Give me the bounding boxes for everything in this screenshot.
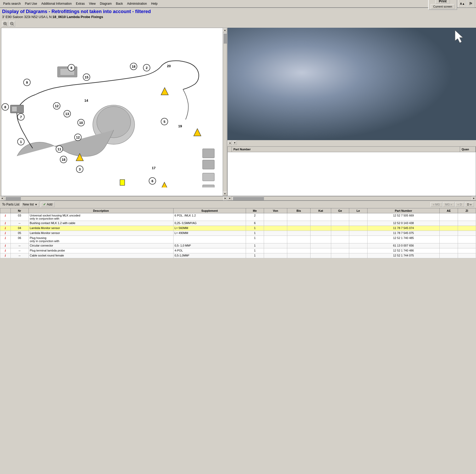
right-hscroll-thumb[interactable] [233, 197, 264, 200]
vscroll-up[interactable]: ▲ [223, 28, 227, 32]
row-ae [440, 231, 458, 236]
row-ae [440, 243, 458, 248]
right-panel-down[interactable]: ▼ [233, 141, 237, 145]
row-von [264, 221, 287, 226]
right-hscroll-left[interactable]: ◄ [227, 196, 232, 201]
th-checkbox [0, 208, 11, 213]
menu-extras[interactable]: Extras [74, 1, 87, 6]
table-row[interactable]: i -- Circular connector 0,5- 1,0 MM² 1 6… [0, 243, 476, 248]
row-ge [331, 243, 349, 248]
right-panel-image [227, 28, 476, 140]
right-panel-up[interactable]: ▲ [228, 141, 232, 145]
row-zi [458, 226, 476, 231]
menu-back[interactable]: Back [114, 1, 125, 6]
mg-prev-button[interactable]: « MG [431, 202, 442, 207]
hscroll-thumb[interactable] [5, 197, 21, 200]
svg-text:14: 14 [84, 99, 88, 102]
svg-text:9: 9 [26, 81, 28, 84]
info-icon: i [5, 254, 6, 258]
menu-administration[interactable]: Administration [125, 1, 149, 6]
row-ge [331, 221, 349, 226]
d-prev-button[interactable]: « D [455, 202, 464, 207]
info-icon: i [5, 244, 6, 248]
table-row[interactable]: i 03 Universal socket housing MLK uncode… [0, 213, 476, 221]
diagram-canvas[interactable]: ⚡ 1 2 3 [1, 28, 223, 196]
vscroll-down[interactable]: ▼ [223, 192, 227, 196]
row-bis [287, 221, 310, 226]
menu-additional-info[interactable]: Additional Information [39, 1, 74, 6]
zoom-controls [0, 20, 476, 28]
menu-parts-search[interactable]: Parts search [1, 1, 23, 6]
right-col-quantity: Quan [460, 147, 476, 152]
row-partnumber: 12 52 7 505 669 [367, 213, 440, 221]
menu-diagram[interactable]: Diagram [98, 1, 114, 6]
right-panel-controls: ▲ ▼ [227, 140, 476, 145]
row-le [349, 253, 367, 258]
part-info: 18_0610 Lambda Probe Fixings [53, 15, 103, 19]
row-kat [310, 253, 331, 258]
table-row[interactable]: i 04 Lambda Monitor sensor L= 560MM 1 11… [0, 226, 476, 231]
print-button[interactable]: Print [435, 0, 450, 4]
table-row[interactable]: i -- Cable socket round female 0,5-1,0MM… [0, 253, 476, 258]
mg-next-button[interactable]: MG » [443, 202, 455, 207]
row-nr: -- [10, 248, 28, 253]
add-button[interactable]: ✓ Add [41, 202, 55, 207]
diagram-vscrollbar[interactable]: ▲ ▼ [223, 28, 227, 196]
row-nr: -- [10, 253, 28, 258]
row-description: Plug terminal lambda probe [28, 248, 173, 253]
row-ae [440, 236, 458, 243]
row-kat [310, 243, 331, 248]
menubar: Parts search Part Use Additional Informa… [0, 0, 476, 8]
table-row[interactable]: i -- Bushing contact MLK 1.2 with cable … [0, 221, 476, 226]
table-row[interactable]: i 06 Plug housingonly in conjunction wit… [0, 236, 476, 243]
th-description: Description [28, 208, 173, 213]
menu-help[interactable]: Help [149, 1, 160, 6]
row-kat [310, 248, 331, 253]
menu-part-use[interactable]: Part Use [23, 1, 39, 6]
row-von [264, 231, 287, 236]
row-me: 1 [246, 226, 264, 231]
vscroll-thumb[interactable] [223, 33, 227, 44]
navigation-buttons: « MG MG » « D D » [431, 202, 474, 207]
svg-text:3: 3 [79, 167, 81, 171]
svg-text:2: 2 [146, 66, 147, 70]
svg-text:13: 13 [65, 112, 69, 116]
zoom-out-button[interactable] [9, 21, 15, 27]
row-zi [458, 213, 476, 221]
hscroll-left[interactable]: ◄ [0, 196, 4, 201]
current-screen-button[interactable]: Current screen [431, 4, 455, 9]
row-info: i [0, 231, 11, 236]
row-kat [310, 231, 331, 236]
row-bis [287, 226, 310, 231]
svg-rect-72 [227, 28, 476, 140]
new-list-button[interactable]: New list ▼ [21, 202, 39, 207]
row-info: i [0, 236, 11, 243]
svg-text:5: 5 [163, 120, 165, 124]
info-icon: i [5, 249, 6, 253]
svg-text:8: 8 [70, 66, 72, 70]
d-next-button[interactable]: D » [465, 202, 474, 207]
diagram-hscrollbar[interactable]: ◄ ► [0, 196, 227, 200]
table-row[interactable]: i 05 Lambda Monitor sensor L= 490MM 1 11… [0, 231, 476, 236]
parts-tbody: i 03 Universal socket housing MLK uncode… [0, 213, 476, 258]
right-col-check [228, 147, 232, 152]
row-von [264, 226, 287, 231]
toolbar-icon-a[interactable]: A▲ [458, 0, 467, 8]
row-info: i [0, 248, 11, 253]
svg-rect-14 [203, 160, 214, 169]
toolbar-icon-flag[interactable]: 🏳 [467, 0, 475, 8]
row-le [349, 248, 367, 253]
th-le: Le [349, 208, 367, 213]
menu-view[interactable]: View [87, 1, 98, 6]
row-description: Lambda Monitor sensor [28, 231, 173, 236]
right-hscrollbar[interactable]: ◄ ► [227, 196, 476, 200]
zoom-in-button[interactable] [2, 21, 8, 27]
hscroll-right[interactable]: ► [223, 196, 227, 201]
right-hscroll-right[interactable]: ► [472, 196, 476, 201]
info-icon: i [5, 236, 6, 240]
svg-line-6 [13, 25, 14, 25]
row-kat [310, 236, 331, 243]
right-col-partnumber: Part Number [232, 147, 460, 152]
table-row[interactable]: i -- Plug terminal lambda probe 4-POL 1 … [0, 248, 476, 253]
svg-point-8 [97, 106, 131, 138]
